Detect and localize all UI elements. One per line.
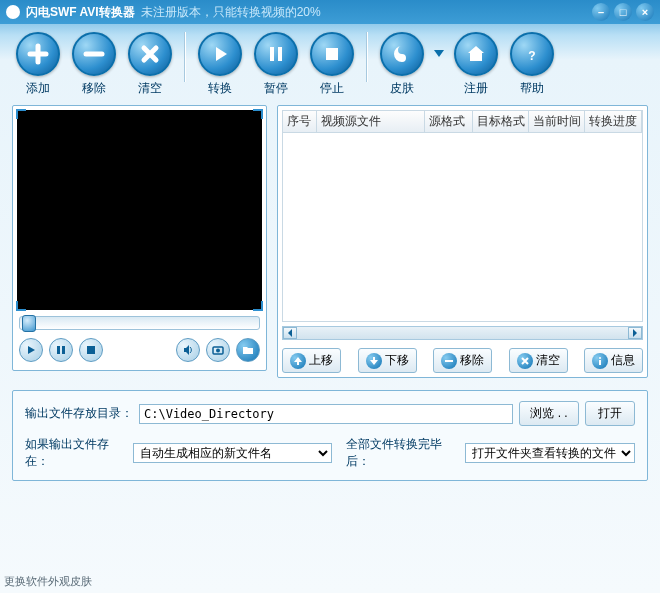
table-toolbar: 上移 下移 移除 清空 信息 [278, 340, 647, 377]
svg-rect-9 [445, 360, 453, 362]
player-controls [13, 334, 266, 370]
scroll-right-icon[interactable] [628, 327, 642, 339]
player-play-button[interactable] [19, 338, 43, 362]
skin-dropdown-icon[interactable] [434, 50, 444, 57]
question-icon: ? [510, 32, 554, 76]
skin-button[interactable]: 皮肤 [376, 32, 428, 97]
arrow-down-icon [366, 353, 382, 369]
svg-point-10 [599, 357, 601, 359]
close-button[interactable]: × [636, 3, 654, 21]
svg-rect-5 [62, 346, 65, 354]
register-button[interactable]: 注册 [450, 32, 502, 97]
add-button[interactable]: 添加 [12, 32, 64, 97]
svg-point-8 [216, 349, 220, 353]
seek-slider[interactable] [19, 316, 260, 330]
open-button[interactable]: 打开 [585, 401, 635, 426]
skin-icon [380, 32, 424, 76]
stop-button[interactable]: 停止 [306, 32, 358, 97]
maximize-button[interactable]: □ [614, 3, 632, 21]
toolbar-separator [366, 32, 368, 82]
output-dir-input[interactable] [139, 404, 513, 424]
file-table[interactable]: 序号 视频源文件 源格式 目标格式 当前时间 转换进度 [282, 110, 643, 322]
svg-rect-1 [278, 47, 282, 61]
seek-thumb[interactable] [22, 315, 36, 332]
player-stop-button[interactable] [79, 338, 103, 362]
svg-rect-4 [57, 346, 60, 354]
main-toolbar: 添加 移除 清空 转换 暂停 停止 皮肤 注册 ?帮助 [0, 24, 660, 101]
exist-label: 如果输出文件存在： [25, 436, 127, 470]
snapshot-button[interactable] [206, 338, 230, 362]
col-progress[interactable]: 转换进度 [585, 111, 642, 132]
col-srcfmt[interactable]: 源格式 [425, 111, 473, 132]
x-icon [128, 32, 172, 76]
file-list-panel: 序号 视频源文件 源格式 目标格式 当前时间 转换进度 上移 下移 移除 清空 … [277, 105, 648, 378]
minimize-button[interactable]: – [592, 3, 610, 21]
h-scrollbar[interactable] [282, 326, 643, 340]
exist-select[interactable]: 自动生成相应的新文件名 [133, 443, 332, 463]
convert-button[interactable]: 转换 [194, 32, 246, 97]
help-button[interactable]: ?帮助 [506, 32, 558, 97]
stop-icon [310, 32, 354, 76]
remove-button[interactable]: 移除 [68, 32, 120, 97]
status-bar: 更换软件外观皮肤 [4, 574, 92, 589]
svg-rect-11 [599, 360, 601, 365]
browse-button[interactable]: 浏览 . . [519, 401, 579, 426]
home-icon [454, 32, 498, 76]
arrow-up-icon [290, 353, 306, 369]
col-index[interactable]: 序号 [283, 111, 317, 132]
minus-icon [72, 32, 116, 76]
window-buttons: – □ × [592, 3, 654, 21]
list-clear-button[interactable]: 清空 [509, 348, 568, 373]
folder-button[interactable] [236, 338, 260, 362]
col-source[interactable]: 视频源文件 [317, 111, 425, 132]
svg-text:?: ? [528, 49, 535, 63]
move-down-button[interactable]: 下移 [358, 348, 417, 373]
volume-button[interactable] [176, 338, 200, 362]
col-dstfmt[interactable]: 目标格式 [473, 111, 529, 132]
output-dir-label: 输出文件存放目录： [25, 405, 133, 422]
move-up-button[interactable]: 上移 [282, 348, 341, 373]
minus-icon [441, 353, 457, 369]
titlebar: 闪电SWF AVI转换器 未注册版本，只能转换视频的20% – □ × [0, 0, 660, 24]
scroll-left-icon[interactable] [283, 327, 297, 339]
pause-button[interactable]: 暂停 [250, 32, 302, 97]
info-button[interactable]: 信息 [584, 348, 643, 373]
info-icon [592, 353, 608, 369]
app-subtitle: 未注册版本，只能转换视频的20% [141, 4, 321, 21]
after-label: 全部文件转换完毕后： [346, 436, 459, 470]
after-select[interactable]: 打开文件夹查看转换的文件 [465, 443, 635, 463]
x-icon [517, 353, 533, 369]
svg-rect-6 [87, 346, 95, 354]
pause-icon [254, 32, 298, 76]
table-header: 序号 视频源文件 源格式 目标格式 当前时间 转换进度 [283, 111, 642, 133]
app-title: 闪电SWF AVI转换器 [26, 4, 135, 21]
svg-rect-0 [270, 47, 274, 61]
play-icon [198, 32, 242, 76]
preview-panel [12, 105, 267, 371]
player-pause-button[interactable] [49, 338, 73, 362]
output-settings: 输出文件存放目录： 浏览 . . 打开 如果输出文件存在： 自动生成相应的新文件… [12, 390, 648, 481]
svg-rect-2 [326, 48, 338, 60]
video-preview [17, 110, 262, 310]
clear-button[interactable]: 清空 [124, 32, 176, 97]
toolbar-separator [184, 32, 186, 82]
col-time[interactable]: 当前时间 [529, 111, 585, 132]
table-body[interactable] [283, 133, 642, 321]
app-logo-icon [6, 5, 20, 19]
plus-icon [16, 32, 60, 76]
list-remove-button[interactable]: 移除 [433, 348, 492, 373]
